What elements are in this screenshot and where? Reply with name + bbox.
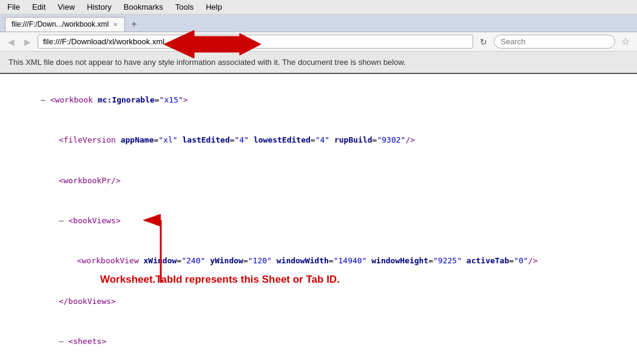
xml-line-1: <fileVersion appName="xl" lastEdited="4"…	[12, 120, 625, 160]
menu-file[interactable]: File	[5, 1, 22, 13]
tab-bar: file:///F:/Down.../workbook.xml × +	[0, 15, 637, 32]
new-tab-button[interactable]: +	[127, 18, 140, 31]
reload-button[interactable]: ↻	[477, 36, 490, 48]
nav-bar: ◀ ▶ ↻ ☆	[0, 32, 637, 52]
tab-close-button[interactable]: ×	[112, 21, 118, 28]
annotation-text: Worksheet.TabId represents this Sheet or…	[100, 271, 340, 289]
menu-help[interactable]: Help	[203, 1, 224, 13]
menu-edit[interactable]: Edit	[30, 1, 48, 13]
xml-line-6: – <sheets>	[12, 322, 625, 362]
xml-line-2: <workbookPr/>	[12, 161, 625, 201]
menu-bookmarks[interactable]: Bookmarks	[121, 1, 166, 13]
xml-notice: This XML file does not appear to have an…	[0, 52, 637, 74]
tab-label: file:///F:/Down.../workbook.xml	[12, 20, 109, 29]
menu-tools[interactable]: Tools	[173, 1, 196, 13]
tab-workbook[interactable]: file:///F:/Down.../workbook.xml ×	[5, 17, 125, 32]
xml-line-3: – <bookViews>	[12, 201, 625, 241]
forward-button[interactable]: ▶	[21, 36, 34, 48]
xml-content: – <workbook mc:Ignorable="x15"> <fileVer…	[0, 74, 637, 364]
xml-line-0: – <workbook mc:Ignorable="x15">	[12, 80, 625, 120]
address-bar[interactable]	[38, 35, 473, 49]
xml-line-7: <sheet name="Sheet1" sheetId="1297" r:id…	[12, 362, 625, 364]
menu-bar: File Edit View History Bookmarks Tools H…	[0, 0, 637, 15]
bookmark-button[interactable]: ☆	[619, 35, 632, 49]
menu-view[interactable]: View	[55, 1, 77, 13]
xml-notice-text: This XML file does not appear to have an…	[8, 58, 406, 67]
search-input[interactable]	[494, 35, 615, 49]
menu-history[interactable]: History	[84, 1, 113, 13]
back-button[interactable]: ◀	[5, 36, 18, 48]
